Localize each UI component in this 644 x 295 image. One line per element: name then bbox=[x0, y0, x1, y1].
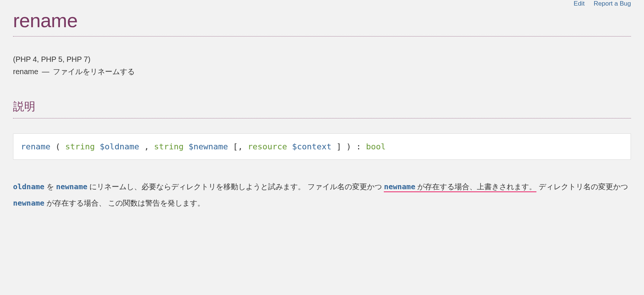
type-string-2: string bbox=[154, 142, 184, 151]
top-links: Edit Report a Bug bbox=[13, 0, 631, 7]
paren-open: ( bbox=[50, 142, 65, 151]
method-name: rename bbox=[21, 142, 50, 151]
return-type: bool bbox=[366, 142, 386, 151]
param-context: $context bbox=[292, 142, 332, 151]
description-paragraph: oldname を newname にリネームし、必要ならディレクトリを移動しよ… bbox=[13, 178, 631, 211]
desc-param-newname-1: newname bbox=[56, 182, 87, 191]
type-string-1: string bbox=[65, 142, 95, 151]
ref-description: ファイルをリネームする bbox=[53, 67, 135, 76]
param-oldname: $oldname bbox=[100, 142, 139, 151]
ref-purpose: rename — ファイルをリネームする bbox=[13, 67, 631, 77]
desc-param-oldname: oldname bbox=[13, 182, 44, 191]
desc-text-4: ディレクトリ名の変更かつ bbox=[536, 183, 628, 191]
optional-close: ] ) : bbox=[332, 142, 366, 151]
desc-underlined-segment: newname が存在する場合、上書きされます。 bbox=[384, 183, 536, 192]
comma-1: , bbox=[139, 142, 154, 151]
desc-text-3: が存在する場合、上書きされます。 bbox=[415, 183, 537, 191]
optional-open: [, bbox=[228, 142, 248, 151]
edit-link[interactable]: Edit bbox=[574, 0, 584, 7]
dash-separator: — bbox=[42, 67, 49, 76]
type-resource: resource bbox=[248, 142, 287, 151]
desc-text-1: を bbox=[44, 183, 56, 191]
desc-text-2: にリネームし、必要ならディレクトリを移動しようと試みます。 ファイル名の変更かつ bbox=[87, 183, 384, 191]
desc-text-5: が存在する場合、 この関数は警告を発します。 bbox=[44, 199, 205, 207]
report-bug-link[interactable]: Report a Bug bbox=[594, 0, 631, 7]
desc-param-newname-3: newname bbox=[13, 199, 44, 207]
desc-param-newname-2: newname bbox=[384, 182, 415, 191]
version-info: (PHP 4, PHP 5, PHP 7) bbox=[13, 55, 631, 64]
ref-name: rename bbox=[13, 67, 38, 76]
section-title-description: 説明 bbox=[13, 99, 631, 118]
param-newname: $newname bbox=[188, 142, 228, 151]
page-title: rename bbox=[13, 9, 631, 37]
method-synopsis: rename ( string $oldname , string $newna… bbox=[13, 133, 631, 160]
